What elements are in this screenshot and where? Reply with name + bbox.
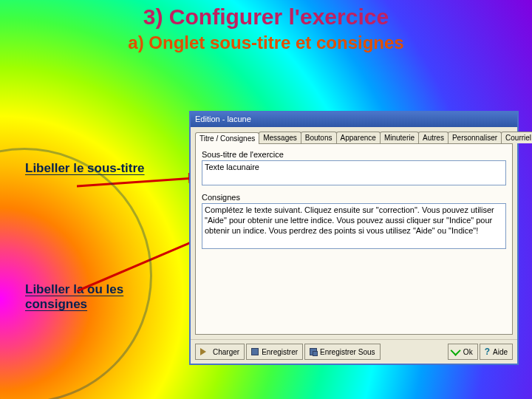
tab-courriel[interactable]: Courriel bbox=[501, 132, 532, 143]
tab-messages[interactable]: Messages bbox=[259, 132, 301, 143]
dialog-button-bar: Charger Enregistrer Enregistrer Sous Ok … bbox=[191, 339, 517, 364]
question-icon: ? bbox=[485, 347, 490, 357]
page-subtitle: a) Onglet sous-titre et consignes bbox=[0, 33, 532, 53]
consignes-label: Consignes bbox=[202, 193, 506, 202]
diskette-icon bbox=[251, 348, 259, 355]
annotation-consignes: Libeller la ou les consignes bbox=[25, 282, 151, 313]
ok-button-label: Ok bbox=[463, 348, 473, 356]
save-as-button-label: Enregistrer Sous bbox=[320, 348, 375, 356]
help-button[interactable]: ? Aide bbox=[480, 344, 513, 360]
tab-boutons[interactable]: Boutons bbox=[301, 132, 337, 143]
consignes-input[interactable]: Complétez le texte suivant. Cliquez ensu… bbox=[202, 203, 506, 249]
save-button[interactable]: Enregistrer bbox=[246, 344, 303, 360]
load-button-label: Charger bbox=[213, 348, 239, 356]
tab-titre-consignes[interactable]: Titre / Consignes bbox=[195, 132, 259, 144]
check-icon bbox=[450, 346, 460, 356]
tab-panel: Sous-titre de l'exercice Texte lacunaire… bbox=[195, 144, 513, 335]
ok-button[interactable]: Ok bbox=[448, 344, 478, 360]
dialog-titlebar: Edition - lacune bbox=[191, 112, 517, 127]
folder-open-icon bbox=[200, 348, 210, 355]
save-as-button[interactable]: Enregistrer Sous bbox=[304, 344, 380, 360]
help-button-label: Aide bbox=[493, 348, 508, 356]
page-title: 3) Configurer l'exercice bbox=[0, 4, 532, 30]
tab-personnaliser[interactable]: Personnaliser bbox=[448, 132, 502, 143]
tab-autres[interactable]: Autres bbox=[418, 132, 449, 143]
config-dialog: Edition - lacune Titre / Consignes Messa… bbox=[189, 111, 519, 365]
diskette-multi-icon bbox=[310, 348, 317, 355]
load-button[interactable]: Charger bbox=[195, 344, 245, 360]
save-button-label: Enregistrer bbox=[262, 348, 298, 356]
tab-apparence[interactable]: Apparence bbox=[336, 132, 381, 143]
svg-line-0 bbox=[77, 177, 204, 186]
subtitle-label: Sous-titre de l'exercice bbox=[202, 150, 506, 159]
tab-minuterie[interactable]: Minuterie bbox=[380, 132, 419, 143]
subtitle-input[interactable]: Texte lacunaire bbox=[202, 160, 506, 185]
tabbar: Titre / Consignes Messages Boutons Appar… bbox=[195, 132, 513, 144]
